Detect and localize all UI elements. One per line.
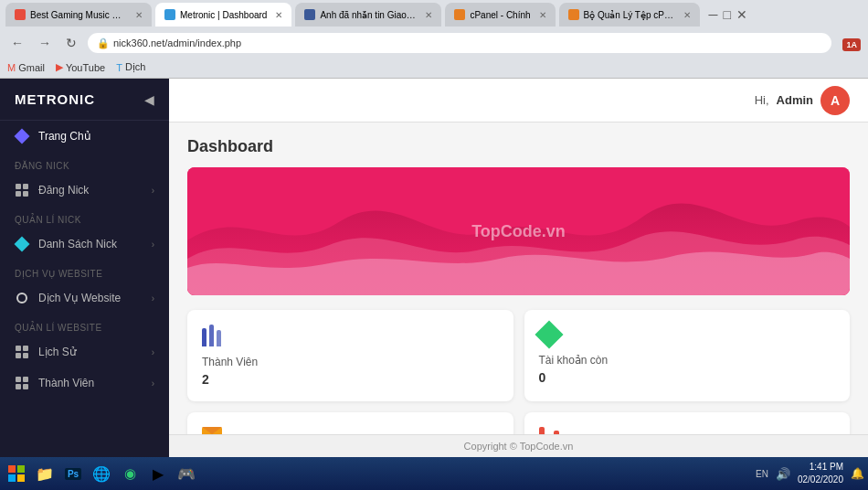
gmail-label: Gmail — [18, 62, 45, 73]
sidebar-item-dich-vu-website[interactable]: Dịch Vụ Website › — [0, 282, 169, 314]
tab-close-3[interactable]: ✕ — [421, 10, 432, 20]
taskbar-app-chrome[interactable]: 🌐 — [89, 461, 114, 486]
tab-4[interactable]: cPanel - Chính ✕ — [445, 3, 555, 27]
diamond-icon — [535, 320, 563, 348]
maximize-btn[interactable]: □ — [724, 7, 731, 22]
lich-su-arrow: › — [152, 347, 154, 357]
close-btn[interactable]: ✕ — [736, 7, 747, 22]
taskbar-app-explorer[interactable]: 📁 — [32, 461, 58, 486]
youtube-icon: ▶ — [56, 61, 63, 73]
envelope-icon — [202, 427, 222, 434]
page-title: Dashboard — [187, 137, 850, 156]
taskbar-clock[interactable]: 1:41 PM 02/02/2020 — [798, 461, 843, 486]
card-so-luot-quay: Số lượt đã quay 5 — [187, 412, 513, 434]
copyright-bar: Copyright © TopCode.vn — [169, 434, 868, 457]
svg-rect-4 — [16, 346, 21, 351]
tab-close-5[interactable]: ✕ — [680, 10, 691, 20]
lang-indicator: EN — [756, 469, 768, 479]
browser-tabs-bar: Best Gaming Music Mix 20... ✕ Metronic |… — [0, 0, 868, 29]
tab-1[interactable]: Best Gaming Music Mix 20... ✕ — [5, 3, 152, 27]
taskbar-time-display: 1:41 PM — [798, 461, 843, 474]
avatar[interactable]: A — [820, 86, 850, 115]
tab-5[interactable]: Bộ Quản Lý Tệp cPanel v3 ✕ — [559, 3, 700, 27]
forward-button[interactable]: → — [35, 34, 55, 52]
svg-rect-1 — [23, 184, 28, 189]
sidebar-item-lich-su[interactable]: Lịch Sử › — [0, 336, 169, 368]
dich-vu-icon — [15, 291, 29, 305]
minimize-btn[interactable]: ─ — [709, 7, 718, 22]
sidebar-item-thanh-vien[interactable]: Thành Viên › — [0, 368, 169, 399]
bookmark-dich[interactable]: T Dịch — [116, 61, 145, 73]
svg-rect-16 — [17, 474, 25, 482]
section-quan-li-website: QUẢN LÍ WEBSITE — [0, 314, 169, 336]
sidebar-label-danh-sach-nick: Danh Sách Nick — [38, 238, 117, 250]
tab-favicon-5 — [568, 9, 579, 20]
svg-rect-13 — [8, 465, 16, 473]
tab-label-1: Best Gaming Music Mix 20... — [30, 10, 127, 20]
tab-close-4[interactable]: ✕ — [535, 10, 546, 20]
extensions-area: 1A — [839, 35, 861, 51]
taskbar-right-area: EN 🔊 1:41 PM 02/02/2020 🔔 — [756, 461, 864, 486]
svg-rect-2 — [16, 191, 21, 197]
bar-1 — [539, 427, 545, 434]
tab-close-2[interactable]: ✕ — [271, 10, 282, 20]
lich-su-icon — [15, 345, 29, 359]
sidebar-label-thanh-vien: Thành Viên — [38, 377, 94, 389]
tab-close-1[interactable]: ✕ — [132, 10, 143, 20]
card-tai-khoan-con: Tài khoản còn 0 — [524, 310, 851, 401]
sidebar-label-dich-vu-website: Dịch Vụ Website — [38, 292, 121, 304]
chart-container: TopCode.vn — [187, 167, 850, 295]
notification-icon[interactable]: 🔔 — [851, 467, 864, 480]
tab-2[interactable]: Metronic | Dashboard ✕ — [155, 3, 291, 27]
dang-nick-arrow: › — [152, 186, 154, 196]
start-button[interactable] — [4, 461, 29, 486]
sidebar-label-trang-chu: Trang Chủ — [38, 130, 91, 143]
bookmark-gmail[interactable]: M Gmail — [7, 62, 45, 73]
volume-icon[interactable]: 🔊 — [776, 467, 790, 481]
windows-logo-icon — [8, 465, 25, 482]
sidebar: METRONIC ◀ Trang Chủ ĐĂNG NICK Đăng Nick — [0, 79, 169, 457]
dang-nick-icon — [15, 183, 29, 197]
thanh-vien-arrow: › — [152, 378, 154, 389]
dashboard-body: Dashboard — [169, 122, 868, 434]
danh-sach-nick-arrow: › — [152, 240, 154, 250]
tab-favicon-3 — [304, 9, 315, 20]
gmail-icon: M — [7, 62, 16, 73]
tab-label-4: cPanel - Chính — [470, 10, 530, 20]
app2-icon: 🎮 — [177, 465, 196, 483]
address-input[interactable]: 🔒 nick360.net/admin/index.php — [88, 33, 831, 53]
sidebar-item-danh-sach-nick[interactable]: Danh Sách Nick › — [0, 229, 169, 260]
svg-rect-10 — [16, 384, 21, 389]
svg-rect-3 — [23, 191, 28, 197]
back-button[interactable]: ← — [7, 34, 27, 52]
sidebar-item-trang-chu[interactable]: Trang Chủ — [0, 121, 169, 152]
cards-row-2: Số lượt đã quay 5 Tổng doanh thu 0 — [187, 412, 850, 434]
svg-rect-11 — [23, 384, 28, 389]
sidebar-label-dang-nick: Đăng Nick — [38, 184, 89, 197]
cards-row-1: Thành Viên 2 Tài khoản còn 0 — [187, 310, 850, 401]
taskbar-app-ccleaner[interactable]: ◉ — [117, 461, 143, 486]
svg-rect-8 — [16, 377, 21, 382]
bookmark-youtube[interactable]: ▶ YouTube — [56, 61, 105, 73]
tab-label-2: Metronic | Dashboard — [180, 10, 267, 20]
card-thanh-vien-icon-wrapper — [202, 325, 499, 346]
sidebar-logo: METRONIC — [15, 91, 95, 107]
tab-3[interactable]: Anh đã nhắn tin Giao Lưu - Co... ✕ — [295, 3, 441, 27]
taskbar-app-ps[interactable]: Ps — [60, 461, 86, 486]
header-username: Admin — [777, 93, 813, 107]
lock-icon: 🔒 — [97, 37, 110, 49]
bookmarks-bar: M Gmail ▶ YouTube T Dịch — [0, 57, 868, 79]
media-icon: ▶ — [153, 465, 164, 483]
reload-button[interactable]: ↻ — [62, 34, 80, 52]
taskbar-app-media[interactable]: ▶ — [145, 461, 171, 486]
browser-window-controls: ─ □ ✕ — [709, 7, 747, 22]
sidebar-toggle-button[interactable]: ◀ — [144, 92, 154, 107]
danh-sach-nick-icon — [15, 237, 29, 251]
chart-svg — [187, 167, 850, 295]
svg-rect-6 — [16, 353, 21, 358]
taskbar-app-app2[interactable]: 🎮 — [174, 461, 199, 486]
tab-favicon-4 — [454, 9, 465, 20]
sidebar-item-dang-nick[interactable]: Đăng Nick › — [0, 175, 169, 206]
chrome-icon: 🌐 — [92, 465, 111, 483]
svg-rect-9 — [23, 377, 28, 382]
